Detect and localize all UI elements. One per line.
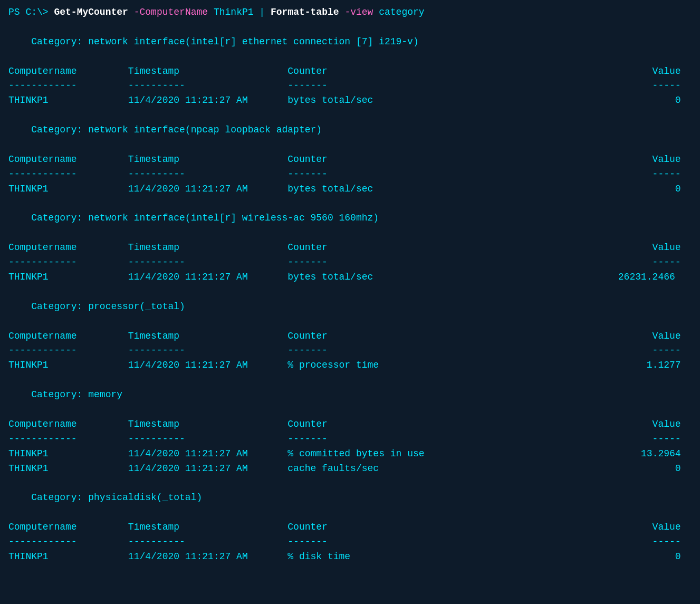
row-5a-computername: THINKP1 [8,448,128,459]
row-1-counter: bytes total/sec [287,95,555,106]
col-header-value-6: Value [555,522,681,532]
col-header-counter-1: Counter [287,66,555,76]
col-div-counter-1: ------- [287,80,555,91]
col-div-computername-2: ------------ [8,169,128,179]
col-header-computername-4: Computername [8,331,128,341]
terminal-output: PS C:\> Get-MyCounter -ComputerName Thin… [8,5,692,564]
row-2-computername: THINKP1 [8,184,128,194]
row-2-timestamp: 11/4/2020 11:21:27 AM [128,184,287,194]
col-div-value-5: ----- [555,434,681,444]
col-header-counter-6: Counter [287,522,555,532]
col-header-timestamp-6: Timestamp [128,522,287,532]
col-header-counter-3: Counter [287,242,555,253]
prompt-ps: PS C:\> [8,7,54,17]
row-1-timestamp: 11/4/2020 11:21:27 AM [128,95,287,106]
row-5b-counter: cache faults/sec [287,463,555,474]
row-1-computername: THINKP1 [8,95,128,106]
col-header-value-5: Value [555,419,681,429]
command-name: Get-MyCounter [54,7,128,17]
col-div-timestamp-6: ---------- [128,536,287,547]
col-header-timestamp-4: Timestamp [128,331,287,341]
row-3-value: 26231.2466 [555,272,675,282]
row-4-computername: THINKP1 [8,360,128,370]
col-div-computername-4: ------------ [8,345,128,356]
col-header-computername-2: Computername [8,154,128,165]
col-div-computername-5: ------------ [8,434,128,444]
col-header-computername-5: Computername [8,419,128,429]
col-div-timestamp-2: ---------- [128,169,287,179]
col-div-counter-2: ------- [287,169,555,179]
col-header-counter-5: Counter [287,419,555,429]
col-div-computername-3: ------------ [8,257,128,267]
col-div-value-3: ----- [555,257,681,267]
col-div-value-2: ----- [555,169,681,179]
row-4-counter: % processor time [287,360,555,370]
param2-name: -view [344,7,373,17]
col-header-computername-1: Computername [8,66,128,76]
row-5b-computername: THINKP1 [8,463,128,474]
col-div-counter-3: ------- [287,257,555,267]
col-header-timestamp-2: Timestamp [128,154,287,165]
col-div-counter-6: ------- [287,536,555,547]
param1-value: ThinkP1 [214,7,254,17]
row-5b-timestamp: 11/4/2020 11:21:27 AM [128,463,287,474]
col-header-timestamp-3: Timestamp [128,242,287,253]
cmd2-name: Format-table [271,7,339,17]
row-3-counter: bytes total/sec [287,272,555,282]
row-2-value: 0 [555,184,681,194]
row-3-computername: THINKP1 [8,272,128,282]
col-header-value-1: Value [555,66,681,76]
row-6-counter: % disk time [287,551,555,562]
param1-name: -ComputerName [134,7,208,17]
param2-value: category [379,7,424,17]
col-header-computername-6: Computername [8,522,128,532]
col-div-timestamp-4: ---------- [128,345,287,356]
col-header-value-2: Value [555,154,681,165]
row-6-computername: THINKP1 [8,551,128,562]
row-5a-counter: % committed bytes in use [287,448,555,459]
col-div-value-4: ----- [555,345,681,356]
row-4-timestamp: 11/4/2020 11:21:27 AM [128,360,287,370]
row-5a-timestamp: 11/4/2020 11:21:27 AM [128,448,287,459]
col-div-timestamp-3: ---------- [128,257,287,267]
col-div-timestamp-1: ---------- [128,80,287,91]
col-div-counter-4: ------- [287,345,555,356]
col-div-timestamp-5: ---------- [128,434,287,444]
row-5b-value: 0 [555,463,681,474]
col-header-value-3: Value [555,242,681,253]
row-4-value: 1.1277 [555,360,681,370]
col-header-timestamp-1: Timestamp [128,66,287,76]
col-header-counter-2: Counter [287,154,555,165]
row-6-timestamp: 11/4/2020 11:21:27 AM [128,551,287,562]
col-div-computername-1: ------------ [8,80,128,91]
row-2-counter: bytes total/sec [287,184,555,194]
col-div-value-1: ----- [555,80,681,91]
col-header-computername-3: Computername [8,242,128,253]
col-header-counter-4: Counter [287,331,555,341]
col-div-counter-5: ------- [287,434,555,444]
row-3-timestamp: 11/4/2020 11:21:27 AM [128,272,287,282]
col-header-timestamp-5: Timestamp [128,419,287,429]
col-div-computername-6: ------------ [8,536,128,547]
row-1-value: 0 [555,95,681,106]
row-5a-value: 13.2964 [555,448,681,459]
row-6-value: 0 [555,551,681,562]
col-div-value-6: ----- [555,536,681,547]
col-header-value-4: Value [555,331,681,341]
